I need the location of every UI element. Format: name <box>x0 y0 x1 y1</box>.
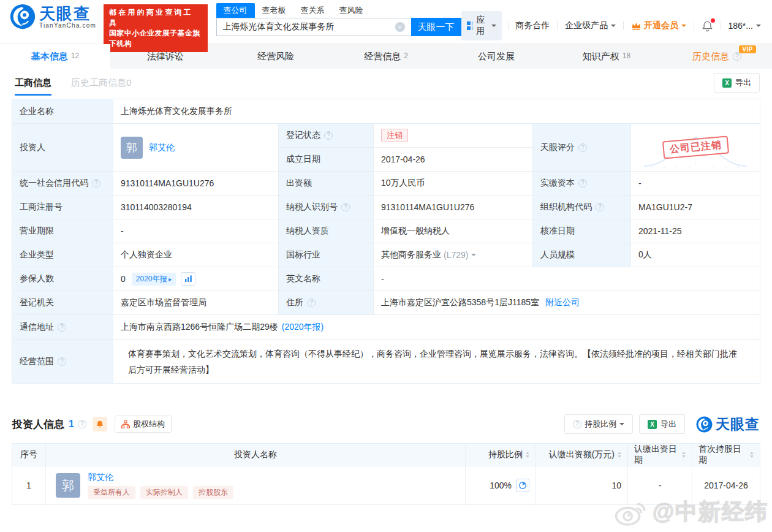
industry-value[interactable]: 其他商务服务业(L729) <box>374 243 533 267</box>
approval-date-label: 核准日期 <box>533 219 631 243</box>
search-tab-boss[interactable]: 查老板 <box>255 3 293 18</box>
logo-domain: TianYanCha.com <box>39 22 96 29</box>
trend-chart-icon[interactable] <box>181 272 195 286</box>
sort-icon[interactable] <box>750 452 754 458</box>
business-term-value: - <box>113 219 279 243</box>
col-header-ratio[interactable]: 持股比例 <box>466 444 536 466</box>
investors-table: 序号 投资人名称 持股比例 认缴出资额(万元) 认缴出资日期 首次持股日期 1 … <box>12 443 760 505</box>
help-icon[interactable] <box>58 323 66 332</box>
tab-label: 知识产权 <box>583 51 619 63</box>
nav-open-membership[interactable]: 开通会员 <box>630 20 687 31</box>
help-icon[interactable] <box>307 298 316 307</box>
investor-avatar[interactable]: 郭 <box>121 137 143 159</box>
search-area: 查公司 查老板 查关系 查风险 天眼一下 <box>216 3 461 36</box>
tab-intellectual-property[interactable]: 知识产权18 <box>551 44 662 69</box>
col-header-subscribed-amount[interactable]: 认缴出资额(万元) <box>536 444 628 466</box>
credit-code-label: 统一社会信用代码 <box>12 172 113 196</box>
annual-report-link[interactable]: (2020年报) <box>282 322 324 333</box>
crown-icon <box>631 21 641 30</box>
tab-count: 12 <box>71 51 79 60</box>
search-tab-risk[interactable]: 查风险 <box>332 3 371 18</box>
help-icon[interactable] <box>578 179 587 188</box>
company-name-value: 上海烁光体育文化发展事务所 <box>113 99 760 124</box>
annual-report-badge[interactable]: 2020年报 <box>132 273 176 286</box>
established-label: 成立日期 <box>279 148 374 172</box>
search-tab-relation[interactable]: 查关系 <box>293 3 332 18</box>
status-badge: 注销 <box>381 129 408 142</box>
search-button[interactable]: 天眼一下 <box>411 18 461 36</box>
taxpayer-quality-label: 纳税人资质 <box>279 219 374 243</box>
subtab-history-registration[interactable]: 历史工商信息0 <box>71 77 131 89</box>
divider <box>721 21 721 30</box>
capital-value: 10万人民币 <box>374 172 533 196</box>
tab-history-info[interactable]: VIP 历史信息 <box>662 44 772 69</box>
notification-dot <box>711 18 715 23</box>
slogan-line1: 都在用的商业查询工具 <box>109 7 202 28</box>
investor-name-link[interactable]: 郭艾伦 <box>88 472 238 483</box>
col-header-first-holding-date[interactable]: 首次持股日期 <box>692 444 760 466</box>
apps-grid-icon <box>467 21 473 30</box>
membership-label: 开通会员 <box>644 20 678 31</box>
search-input[interactable] <box>216 18 411 36</box>
help-icon[interactable] <box>58 357 66 366</box>
shareholding-ratio-button[interactable]: 持股比例 <box>564 414 633 434</box>
nearby-companies-link[interactable]: 附近公司 <box>545 297 580 308</box>
equity-structure-button[interactable]: 股权结构 <box>115 416 172 433</box>
help-icon[interactable] <box>733 52 741 61</box>
col-header-index: 序号 <box>12 444 46 466</box>
help-icon[interactable] <box>78 420 86 428</box>
search-tab-company[interactable]: 查公司 <box>216 3 255 18</box>
col-header-investor-name: 投资人名称 <box>46 444 466 466</box>
monitor-bell-icon[interactable] <box>93 417 107 431</box>
tab-legal-proceedings[interactable]: 法律诉讼 <box>110 44 221 69</box>
reg-number-label: 工商注册号 <box>12 196 113 219</box>
score-cell: 公司已注销 <box>631 124 760 172</box>
divider <box>557 21 558 30</box>
help-icon[interactable] <box>578 143 587 152</box>
investors-title: 投资人信息 <box>12 417 64 431</box>
tab-label: 经营风险 <box>257 51 294 63</box>
chevron-down-icon <box>756 25 761 29</box>
chevron-down-icon <box>611 25 616 29</box>
nav-business-cooperation[interactable]: 商务合作 <box>514 20 551 31</box>
investor-name-link[interactable]: 郭艾伦 <box>149 142 175 153</box>
tab-business-info[interactable]: 经营信息2 <box>331 44 441 69</box>
investor-row: 郭 郭艾伦 受益所有人 实际控制人 控股股东 <box>46 466 466 504</box>
tianyancha-swirl-icon <box>696 416 713 433</box>
col-header-subscribed-date[interactable]: 认缴出资日期 <box>628 444 692 466</box>
notification-bell-icon[interactable] <box>702 20 713 32</box>
help-icon[interactable] <box>341 203 350 211</box>
business-scope-value: 体育赛事策划，文化艺术交流策划，体育咨询（不得从事经纪），商务咨询，企业管理咨询… <box>113 340 760 383</box>
help-icon[interactable] <box>324 131 333 140</box>
chevron-down-icon[interactable] <box>471 254 476 259</box>
investor-cell: 郭 郭艾伦 <box>113 124 279 172</box>
insured-count-label: 参保人数 <box>12 267 113 291</box>
investors-export-button[interactable]: 导出 <box>639 414 685 434</box>
first-holding-date-cell: 2017-04-26 <box>692 466 760 504</box>
excel-icon <box>722 78 732 88</box>
tab-company-development[interactable]: 公司发展 <box>441 44 551 69</box>
help-icon[interactable] <box>92 179 100 188</box>
subtab-business-registration[interactable]: 工商信息 <box>15 77 51 89</box>
sort-icon[interactable] <box>682 452 686 458</box>
help-icon[interactable] <box>596 203 604 211</box>
account-menu[interactable]: 186*... <box>727 21 762 31</box>
sort-icon[interactable] <box>618 452 621 458</box>
apps-menu[interactable]: 应用 <box>461 11 502 40</box>
paid-capital-label: 实缴资本 <box>533 172 631 196</box>
tianyancha-swirl-icon <box>10 4 36 29</box>
sort-icon[interactable] <box>526 452 529 458</box>
logo-title: 天眼查 <box>39 5 96 22</box>
investor-avatar[interactable]: 郭 <box>56 473 80 498</box>
tianyancha-logo[interactable]: 天眼查 TianYanCha.com <box>10 4 96 29</box>
brand-text: 天眼查 <box>716 415 760 434</box>
org-code-value: MA1GU1U2-7 <box>631 196 760 219</box>
account-phone: 186*... <box>728 21 752 31</box>
tab-basic-info[interactable]: 基本信息12 <box>0 44 110 69</box>
excel-icon <box>648 420 657 429</box>
clear-icon[interactable] <box>395 22 405 32</box>
nav-enterprise-products[interactable]: 企业级产品 <box>564 20 617 31</box>
export-button[interactable]: 导出 <box>714 73 760 93</box>
pie-chart-icon[interactable] <box>516 479 529 492</box>
tab-operational-risk[interactable]: 经营风险 <box>221 44 331 69</box>
